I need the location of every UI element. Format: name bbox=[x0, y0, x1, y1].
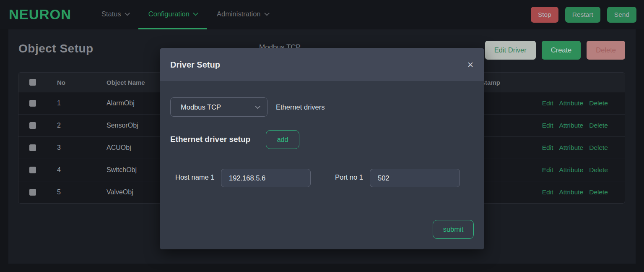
nav-item-label: Configuration bbox=[148, 10, 190, 18]
row-no: 1 bbox=[44, 99, 90, 107]
restart-button[interactable]: Restart bbox=[565, 7, 600, 23]
delete-button[interactable]: Delete bbox=[587, 41, 625, 60]
row-no: 5 bbox=[44, 188, 90, 196]
send-button[interactable]: Send bbox=[607, 7, 636, 23]
modal-body: Modbus TCP Ethernet drivers Ethernet dri… bbox=[160, 81, 484, 249]
row-actions: Edit Attribute Delete bbox=[538, 166, 625, 174]
nav-item-administration[interactable]: Administration bbox=[207, 0, 278, 29]
modal-title: Driver Setup bbox=[170, 60, 220, 70]
app-root: NEURON Status Configuration Administrati… bbox=[0, 0, 644, 272]
row-actions: Edit Attribute Delete bbox=[538, 99, 625, 107]
row-actions: Edit Attribute Delete bbox=[538, 144, 625, 152]
row-attribute-link[interactable]: Attribute bbox=[559, 144, 583, 152]
close-icon[interactable]: ✕ bbox=[467, 61, 474, 69]
select-caption: Ethernet drivers bbox=[276, 103, 325, 111]
row-delete-link[interactable]: Delete bbox=[589, 122, 608, 129]
navbar: NEURON Status Configuration Administrati… bbox=[0, 0, 644, 29]
driver-type-select[interactable]: Modbus TCP bbox=[170, 97, 267, 117]
main-nav: Status Configuration Administration bbox=[91, 0, 278, 29]
chevron-down-icon bbox=[255, 104, 260, 109]
host-name-label: Host name 1 bbox=[175, 173, 215, 181]
row-delete-link[interactable]: Delete bbox=[589, 144, 608, 152]
chevron-down-icon bbox=[264, 10, 270, 16]
page-title: Object Setup bbox=[18, 42, 93, 55]
row-edit-link[interactable]: Edit bbox=[542, 166, 553, 174]
row-edit-link[interactable]: Edit bbox=[542, 122, 553, 129]
nav-action-buttons: Stop Restart Send bbox=[531, 0, 644, 29]
row-attribute-link[interactable]: Attribute bbox=[559, 122, 583, 129]
submit-button[interactable]: submit bbox=[433, 220, 474, 239]
row-checkbox[interactable] bbox=[29, 122, 36, 129]
port-no-input[interactable] bbox=[370, 169, 460, 187]
driver-select-value: Modbus TCP bbox=[181, 103, 221, 111]
stop-button[interactable]: Stop bbox=[531, 7, 558, 23]
driver-setup-modal: Driver Setup ✕ Modbus TCP Ethernet drive… bbox=[160, 48, 484, 249]
port-no-label: Port no 1 bbox=[335, 173, 363, 181]
page-action-buttons: Edit Driver Create Delete bbox=[485, 41, 625, 60]
app-logo: NEURON bbox=[9, 0, 71, 29]
row-attribute-link[interactable]: Attribute bbox=[559, 188, 583, 196]
nav-item-label: Status bbox=[101, 10, 121, 18]
row-checkbox[interactable] bbox=[29, 167, 36, 173]
row-checkbox[interactable] bbox=[29, 144, 36, 151]
row-actions: Edit Attribute Delete bbox=[538, 188, 625, 196]
select-all-checkbox[interactable] bbox=[29, 79, 36, 86]
edit-driver-button[interactable]: Edit Driver bbox=[485, 41, 536, 60]
chevron-down-icon bbox=[193, 10, 198, 16]
row-no: 4 bbox=[44, 166, 90, 174]
header-checkbox-cell bbox=[18, 79, 44, 86]
section-title: Ethernet driver setup bbox=[170, 135, 250, 144]
row-attribute-link[interactable]: Attribute bbox=[559, 99, 583, 107]
nav-item-status[interactable]: Status bbox=[91, 0, 138, 29]
row-delete-link[interactable]: Delete bbox=[589, 188, 608, 196]
nav-item-label: Administration bbox=[217, 10, 261, 18]
host-name-input[interactable] bbox=[221, 169, 311, 187]
row-delete-link[interactable]: Delete bbox=[589, 166, 608, 174]
nav-item-configuration[interactable]: Configuration bbox=[138, 0, 207, 29]
chevron-down-icon bbox=[125, 10, 130, 16]
column-header-no: No bbox=[44, 79, 90, 86]
create-button[interactable]: Create bbox=[542, 41, 581, 60]
row-actions: Edit Attribute Delete bbox=[538, 122, 625, 129]
row-no: 2 bbox=[44, 122, 90, 129]
row-attribute-link[interactable]: Attribute bbox=[559, 166, 583, 174]
row-delete-link[interactable]: Delete bbox=[589, 99, 608, 107]
row-checkbox[interactable] bbox=[29, 100, 36, 107]
row-edit-link[interactable]: Edit bbox=[542, 188, 553, 196]
row-edit-link[interactable]: Edit bbox=[542, 99, 553, 107]
add-host-button[interactable]: add bbox=[266, 130, 299, 149]
row-checkbox[interactable] bbox=[29, 189, 36, 196]
modal-header: Driver Setup ✕ bbox=[160, 48, 484, 81]
row-edit-link[interactable]: Edit bbox=[542, 144, 553, 152]
row-no: 3 bbox=[44, 144, 90, 152]
